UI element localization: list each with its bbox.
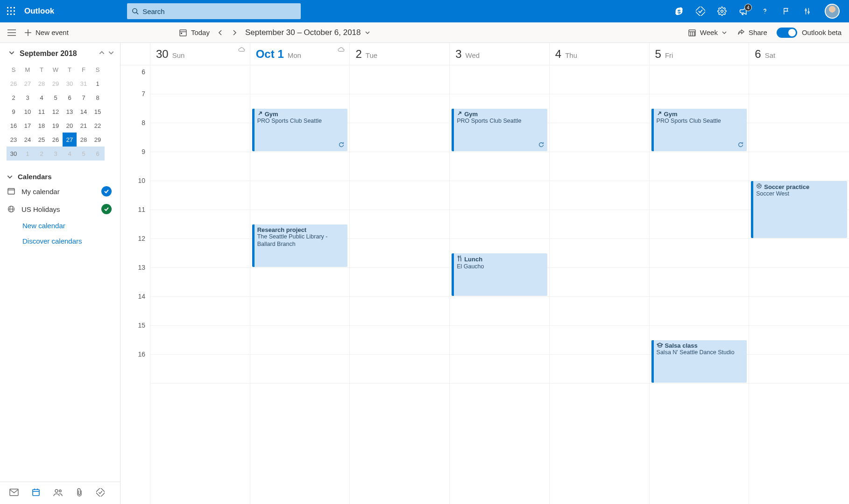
calendar-item-my-calendar[interactable]: My calendar <box>7 182 114 200</box>
mini-cal-day[interactable]: 20 <box>63 119 77 133</box>
day-header[interactable]: 30Sun <box>150 43 250 65</box>
day-slots[interactable]: GymPRO Sports Club SeattleResearch proje… <box>250 65 350 504</box>
mini-cal-day[interactable]: 9 <box>7 105 21 119</box>
mini-cal-day[interactable]: 10 <box>21 105 35 119</box>
settings-button[interactable] <box>717 7 727 16</box>
files-module-button[interactable] <box>76 488 83 499</box>
day-column[interactable]: 3WedGymPRO Sports Club SeattleLunchEl Ga… <box>450 43 550 504</box>
calendar-module-button[interactable] <box>32 488 40 498</box>
mini-cal-day[interactable]: 28 <box>35 77 49 91</box>
today-button[interactable]: Today <box>179 28 210 37</box>
mini-cal-day[interactable]: 30 <box>7 147 21 161</box>
mini-cal-day[interactable]: 3 <box>21 91 35 105</box>
calendar-item-us-holidays[interactable]: US Holidays <box>7 200 114 218</box>
mini-cal-day[interactable]: 2 <box>35 147 49 161</box>
mini-cal-day[interactable]: 5 <box>77 147 91 161</box>
search-box[interactable] <box>127 3 301 19</box>
calendar-event[interactable]: Soccer practiceSoccer West <box>751 181 847 238</box>
mini-calendar[interactable]: SMTWTFS262728293031123456789101112131415… <box>7 63 105 161</box>
day-header[interactable]: 3Wed <box>450 43 549 65</box>
mini-cal-collapse[interactable] <box>8 49 15 58</box>
mini-cal-day[interactable]: 22 <box>91 119 105 133</box>
day-header[interactable]: 6Sat <box>749 43 849 65</box>
day-column[interactable]: 6SatSoccer practiceSoccer West <box>749 43 849 504</box>
calendars-section-header[interactable]: Calendars <box>7 171 114 182</box>
mini-cal-day[interactable]: 17 <box>21 119 35 133</box>
day-header[interactable]: Oct 1Mon <box>250 43 350 65</box>
day-header[interactable]: 2Tue <box>350 43 449 65</box>
mini-cal-day[interactable]: 3 <box>49 147 63 161</box>
calendar-event[interactable]: GymPRO Sports Club Seattle <box>452 109 547 151</box>
mini-cal-day[interactable]: 4 <box>35 91 49 105</box>
whatsnew-button[interactable]: 4 <box>739 7 748 16</box>
mini-cal-day[interactable]: 15 <box>91 105 105 119</box>
app-launcher-button[interactable] <box>0 7 22 15</box>
day-column[interactable]: 5FriGymPRO Sports Club SeattleSalsa clas… <box>650 43 750 504</box>
mini-cal-day[interactable]: 23 <box>7 133 21 147</box>
mini-cal-day[interactable]: 1 <box>91 77 105 91</box>
date-range-picker[interactable]: September 30 – October 6, 2018 <box>245 28 370 37</box>
day-slots[interactable]: GymPRO Sports Club SeattleSalsa classSal… <box>650 65 749 504</box>
calendar-event[interactable]: LunchEl Gaucho <box>452 253 547 296</box>
mini-cal-day[interactable]: 25 <box>35 133 49 147</box>
todo-module-button[interactable] <box>96 488 105 498</box>
mini-cal-day[interactable]: 30 <box>63 77 77 91</box>
day-column[interactable]: Oct 1MonGymPRO Sports Club SeattleResear… <box>250 43 350 504</box>
calendar-event[interactable]: GymPRO Sports Club Seattle <box>252 109 348 151</box>
mini-cal-day[interactable]: 21 <box>77 119 91 133</box>
share-button[interactable]: Share <box>736 28 767 37</box>
day-slots[interactable]: GymPRO Sports Club SeattleLunchEl Gaucho <box>450 65 549 504</box>
people-module-button[interactable] <box>53 488 63 498</box>
mini-cal-day[interactable]: 6 <box>63 91 77 105</box>
mini-cal-day[interactable]: 1 <box>21 147 35 161</box>
next-week-button[interactable] <box>231 29 238 36</box>
mini-cal-day[interactable]: 27 <box>63 133 77 147</box>
mini-cal-day[interactable]: 29 <box>49 77 63 91</box>
new-calendar-link[interactable]: New calendar <box>7 218 114 233</box>
mini-cal-day[interactable]: 2 <box>7 91 21 105</box>
view-mode-selector[interactable]: Week <box>688 28 727 37</box>
mini-cal-day[interactable]: 14 <box>77 105 91 119</box>
prev-week-button[interactable] <box>217 29 224 36</box>
mini-cal-day[interactable]: 18 <box>35 119 49 133</box>
search-input[interactable] <box>142 7 296 15</box>
account-avatar[interactable] <box>825 4 840 19</box>
day-column[interactable]: 2Tue <box>350 43 450 504</box>
mini-cal-day[interactable]: 4 <box>63 147 77 161</box>
mini-cal-day[interactable]: 27 <box>21 77 35 91</box>
mini-cal-day[interactable]: 26 <box>7 77 21 91</box>
mini-cal-day[interactable]: 31 <box>77 77 91 91</box>
calendar-event[interactable]: Research projectThe Seattle Public Libra… <box>252 224 348 267</box>
mini-cal-day[interactable]: 16 <box>7 119 21 133</box>
day-column[interactable]: 4Thu <box>550 43 650 504</box>
skype-button[interactable] <box>674 7 684 16</box>
mini-cal-next[interactable] <box>108 49 114 58</box>
mini-cal-day[interactable]: 19 <box>49 119 63 133</box>
day-header[interactable]: 4Thu <box>550 43 649 65</box>
mini-cal-day[interactable]: 11 <box>35 105 49 119</box>
day-slots[interactable]: Soccer practiceSoccer West <box>749 65 849 504</box>
mini-cal-day[interactable]: 7 <box>77 91 91 105</box>
mini-cal-day[interactable]: 26 <box>49 133 63 147</box>
mini-cal-day[interactable]: 12 <box>49 105 63 119</box>
day-slots[interactable] <box>150 65 250 504</box>
calendar-event[interactable]: GymPRO Sports Club Seattle <box>651 109 747 151</box>
discover-calendars-link[interactable]: Discover calendars <box>7 233 114 249</box>
mail-module-button[interactable] <box>9 489 19 498</box>
day-header[interactable]: 5Fri <box>650 43 749 65</box>
nav-toggle-button[interactable] <box>7 29 16 36</box>
mini-cal-day[interactable]: 5 <box>49 91 63 105</box>
mini-cal-day[interactable]: 29 <box>91 133 105 147</box>
customize-button[interactable] <box>803 7 813 16</box>
mini-cal-day[interactable]: 13 <box>63 105 77 119</box>
mini-cal-prev[interactable] <box>99 49 105 58</box>
mini-cal-day[interactable]: 8 <box>91 91 105 105</box>
calendar-event[interactable]: Salsa classSalsa N' Seattle Dance Studio <box>651 340 747 383</box>
help-button[interactable] <box>760 7 770 16</box>
new-event-button[interactable]: New event <box>24 28 69 36</box>
mini-cal-day[interactable]: 6 <box>91 147 105 161</box>
feedback-button[interactable] <box>782 7 791 16</box>
day-column[interactable]: 30Sun <box>150 43 250 504</box>
tasks-button[interactable] <box>696 7 705 16</box>
beta-toggle[interactable] <box>777 28 797 38</box>
